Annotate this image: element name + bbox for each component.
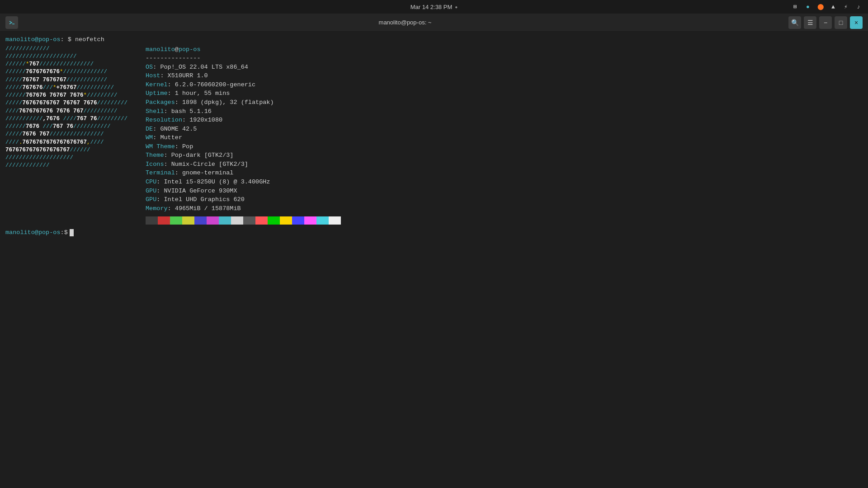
neofetch-art: ///////////// ///////////////////// ////… (5, 45, 146, 225)
color-block-15 (329, 216, 341, 225)
info-wm-theme: WM Theme: Pop (146, 142, 863, 151)
recording-dot: ● (455, 5, 458, 9)
de-value: GNOME 42.5 (160, 126, 197, 132)
terminal-label: Terminal (146, 169, 175, 176)
color-block-3 (182, 216, 194, 225)
info-de: DE: GNOME 42.5 (146, 125, 863, 134)
color-palette (146, 216, 863, 225)
memory-colon: : (168, 205, 175, 212)
color-block-13 (304, 216, 316, 225)
color-block-4 (194, 216, 207, 225)
kernel-label: Kernel (146, 81, 168, 88)
art-line-1: ///////////// (5, 45, 146, 53)
info-packages: Packages: 1898 (dpkg), 32 (flatpak) (146, 98, 863, 107)
info-kernel: Kernel: 6.2.0-76060200-generic (146, 80, 863, 89)
art-line-2: ///////////////////// (5, 53, 146, 61)
prompt-user-2: manolito@pop-os (5, 228, 61, 237)
neofetch-info: manolito@pop-os --------------- OS: Pop!… (146, 45, 863, 225)
search-button[interactable]: 🔍 (788, 16, 801, 29)
memory-label: Memory (146, 205, 168, 212)
screen-icon: ⊞ (791, 3, 799, 11)
prompt-cmd-1: neofetch (71, 36, 104, 43)
packages-colon: : (175, 99, 182, 106)
menu-button[interactable]: ☰ (804, 16, 816, 29)
wifi-icon: ▲ (829, 3, 837, 11)
kernel-value: 6.2.0-76060200-generic (175, 81, 255, 88)
color-block-9 (255, 216, 268, 225)
packages-label: Packages (146, 99, 175, 106)
icons-colon: : (164, 161, 171, 168)
prompt-user-1: manolito@pop-os (5, 36, 61, 43)
host-label: Host (146, 72, 160, 79)
icons-label: Icons (146, 161, 164, 168)
color-block-11 (280, 216, 292, 225)
firefox-icon: ⬤ (816, 3, 825, 11)
cpu-colon: : (156, 178, 164, 185)
info-username: manolito (146, 46, 175, 53)
wm-theme-value: Pop (182, 143, 193, 150)
info-theme: Theme: Pop-dark [GTK2/3] (146, 151, 863, 160)
art-line-6: /////767676///*+76767/////////// (5, 84, 146, 92)
prompt-sep-1: : (61, 36, 68, 43)
art-line-9: ////7676767676 7676 767////////// (5, 108, 146, 115)
color-block-12 (292, 216, 304, 225)
system-topbar: Mar 14 2:38 PM ● ⊞ ● ⬤ ▲ ⚡ ♪ (0, 0, 868, 14)
minimize-button[interactable]: − (819, 16, 832, 29)
kernel-colon: : (168, 81, 175, 88)
art-line-12: /////7676 767//////////////// (5, 131, 146, 138)
gpu2-colon: : (156, 196, 164, 203)
shell-value: bash 5.1.16 (171, 108, 212, 115)
color-block-7 (231, 216, 243, 225)
info-host: Host: X510URR 1.0 (146, 71, 863, 80)
prompt-sep-2: : (61, 228, 64, 237)
info-user-host: manolito@pop-os (146, 45, 863, 54)
bluetooth-icon: ⚡ (842, 3, 850, 11)
terminal-content[interactable]: manolito@pop-os: $ neofetch ////////////… (0, 32, 868, 488)
prompt-line-2: manolito@pop-os: $ (5, 228, 863, 237)
titlebar-title: manolito@pop-os: ~ (22, 19, 788, 26)
art-line-13: ////.7676767676767676767,//// (5, 139, 146, 146)
art-line-16: ///////////// (5, 162, 146, 169)
info-shell: Shell: bash 5.1.16 (146, 107, 863, 116)
theme-colon: : (164, 152, 171, 159)
color-block-2 (170, 216, 182, 225)
packages-value: 1898 (dpkg), 32 (flatpak) (182, 99, 274, 106)
color-block-5 (207, 216, 219, 225)
os-colon: : (153, 64, 160, 70)
uptime-colon: : (168, 90, 175, 97)
info-at: @ (175, 46, 179, 53)
de-colon: : (153, 126, 160, 132)
topbar-center: Mar 14 2:38 PM ● (410, 4, 458, 10)
gpu1-label: GPU (146, 188, 156, 194)
terminal-titlebar: manolito@pop-os: ~ 🔍 ☰ − □ × (0, 14, 868, 32)
uptime-label: Uptime (146, 90, 168, 97)
terminal-icon (5, 16, 18, 29)
wm-value: Mutter (160, 134, 182, 141)
cursor (70, 229, 74, 236)
info-icons: Icons: Numix-Circle [GTK2/3] (146, 160, 863, 169)
art-line-10: ///////////,7676 ////767 76///////// (5, 115, 146, 123)
info-wm: WM: Mutter (146, 133, 863, 142)
gpu1-value: NVIDIA GeForce 930MX (164, 188, 237, 194)
info-memory: Memory: 4965MiB / 15878MiB (146, 204, 863, 213)
info-separator: --------------- (146, 54, 863, 63)
color-block-8 (243, 216, 255, 225)
close-button[interactable]: × (850, 16, 863, 29)
neofetch-output: ///////////// ///////////////////// ////… (5, 45, 863, 225)
cpu-value: Intel i5-8250U (8) @ 3.400GHz (164, 178, 270, 185)
resolution-value: 868x488 (189, 117, 222, 123)
wm-theme-colon: : (175, 143, 182, 150)
gpu2-label: GPU (146, 196, 156, 203)
maximize-button[interactable]: □ (835, 16, 847, 29)
gpu2-value: Intel UHD Graphics 620 (164, 196, 245, 203)
art-line-14: 7676767676767676767////// (5, 146, 146, 154)
info-gpu2: GPU: Intel UHD Graphics 620 (146, 195, 863, 204)
user-icon: ● (804, 3, 812, 11)
color-block-10 (268, 216, 280, 225)
volume-icon: ♪ (854, 3, 863, 11)
info-uptime: Uptime: 1 hour, 55 mins (146, 89, 863, 98)
os-label: OS (146, 64, 153, 70)
wm-label: WM (146, 134, 153, 141)
color-block-6 (219, 216, 231, 225)
prompt-dollar-2: $ (64, 228, 68, 237)
